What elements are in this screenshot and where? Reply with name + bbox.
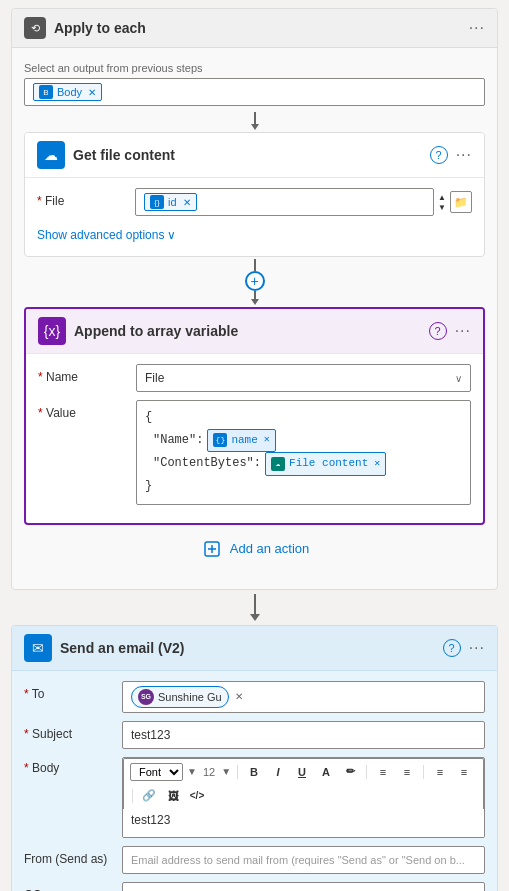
subject-input[interactable]: test123	[122, 721, 485, 749]
value-block[interactable]: { "Name": {} name ✕	[136, 400, 471, 505]
subject-label: Subject	[24, 721, 114, 741]
pencil-btn[interactable]: ✏	[340, 762, 360, 782]
spinner-up[interactable]: ▲	[438, 193, 446, 202]
italic-btn[interactable]: I	[268, 762, 288, 782]
cc-input[interactable]: Specify email addresses separated by sem…	[122, 882, 485, 891]
send-email-left: ✉ Send an email (V2)	[24, 634, 184, 662]
value-label: Value	[38, 400, 128, 420]
apply-inner-content: Select an output from previous steps B B…	[12, 48, 497, 581]
image-btn[interactable]: 🖼	[163, 786, 183, 806]
bold-btn[interactable]: B	[244, 762, 264, 782]
toolbar-divider-1	[237, 765, 238, 779]
from-field-row: From (Send as) Email address to send mai…	[24, 846, 485, 874]
file-browse-btn[interactable]: 📁	[450, 191, 472, 213]
main-connector-line	[254, 594, 256, 614]
list-btn-2[interactable]: ≡	[397, 762, 417, 782]
body-tag-field[interactable]: B Body ✕	[24, 78, 485, 106]
value-line-1: {	[145, 407, 462, 429]
from-placeholder: Email address to send mail from (require…	[131, 854, 465, 866]
append-left: {x} Append to array variable	[38, 317, 238, 345]
name-tag: {} name ✕	[207, 429, 275, 453]
show-advanced-label: Show advanced options	[37, 228, 164, 242]
apply-header-left: ⟲ Apply to each	[24, 17, 146, 39]
apply-icon: ⟲	[24, 17, 46, 39]
value-brace-close: }	[145, 476, 152, 498]
get-file-icon: ☁	[37, 141, 65, 169]
send-email-dots[interactable]: ···	[469, 639, 485, 657]
recipient-tag: SG Sunshine Gu	[131, 686, 229, 708]
link-btn[interactable]: 🔗	[139, 786, 159, 806]
name-dropdown-value: File	[145, 371, 164, 385]
align-btn[interactable]: ≡	[430, 762, 450, 782]
from-label: From (Send as)	[24, 846, 114, 866]
to-input[interactable]: SG Sunshine Gu ✕	[122, 681, 485, 713]
from-input[interactable]: Email address to send mail from (require…	[122, 846, 485, 874]
append-help[interactable]: ?	[429, 322, 447, 340]
toolbar-divider-4	[132, 789, 133, 803]
get-file-dots[interactable]: ···	[456, 146, 472, 164]
get-file-body: File {} id ✕ ▲ ▼	[25, 178, 484, 256]
add-action-label: Add an action	[230, 541, 310, 556]
value-key-2: "ContentBytes":	[153, 453, 261, 475]
font-select[interactable]: Font	[130, 763, 183, 781]
send-email-body: To SG Sunshine Gu ✕ Subject test123 Bo	[12, 671, 497, 891]
main-connector-arrow	[250, 614, 260, 621]
recipient-close[interactable]: ✕	[235, 691, 243, 702]
file-id-field[interactable]: {} id ✕	[135, 188, 434, 216]
body-field: Font ▼ 12 ▼ B I U A ✏ ≡	[122, 757, 485, 838]
get-file-content-header: ☁ Get file content ? ···	[25, 133, 484, 178]
apply-to-each-container: ⟲ Apply to each ··· Select an output fro…	[11, 8, 498, 590]
append-dots[interactable]: ···	[455, 322, 471, 340]
file-field-row: File {} id ✕ ▲ ▼	[37, 188, 472, 216]
apply-dots-menu[interactable]: ···	[469, 19, 485, 37]
underline-btn[interactable]: U	[292, 762, 312, 782]
select-output-row: Select an output from previous steps B B…	[24, 56, 485, 110]
get-file-left: ☁ Get file content	[37, 141, 175, 169]
send-email-title: Send an email (V2)	[60, 640, 184, 656]
connector-arrow-2	[251, 299, 259, 305]
body-toolbar: Font ▼ 12 ▼ B I U A ✏ ≡	[123, 758, 484, 809]
connector-2: +	[245, 257, 265, 307]
get-file-help[interactable]: ?	[430, 146, 448, 164]
get-file-content-card: ☁ Get file content ? ··· File	[24, 132, 485, 257]
body-toolbar-area: Font ▼ 12 ▼ B I U A ✏ ≡	[122, 757, 485, 838]
append-title: Append to array variable	[74, 323, 238, 339]
body-tag-label: Body	[57, 86, 82, 98]
file-spinners[interactable]: ▲ ▼	[438, 193, 446, 212]
name-tag-icon: {}	[213, 433, 227, 447]
name-tag-close[interactable]: ✕	[264, 431, 270, 449]
add-step-plus[interactable]: +	[245, 271, 265, 291]
value-line-2: "Name": {} name ✕	[145, 429, 462, 453]
connector-1	[251, 110, 259, 132]
add-action-btn[interactable]: Add an action	[188, 525, 322, 573]
name-dropdown-arrow: ∨	[455, 373, 462, 384]
body-tag-icon: B	[39, 85, 53, 99]
spinner-down[interactable]: ▼	[438, 203, 446, 212]
toolbar-divider-3	[423, 765, 424, 779]
to-field-row: To SG Sunshine Gu ✕	[24, 681, 485, 713]
file-id-close[interactable]: ✕	[183, 197, 191, 208]
file-input-area: {} id ✕ ▲ ▼ 📁	[135, 188, 472, 216]
list-btn-1[interactable]: ≡	[373, 762, 393, 782]
add-action-icon	[200, 537, 224, 561]
content-bytes-close[interactable]: ✕	[374, 455, 380, 473]
show-advanced-link[interactable]: Show advanced options ∨	[37, 224, 472, 246]
to-label: To	[24, 681, 114, 701]
send-email-help[interactable]: ?	[443, 639, 461, 657]
html-btn[interactable]: </>	[187, 786, 207, 806]
body-tag: B Body ✕	[33, 83, 102, 101]
name-dropdown[interactable]: File ∨	[136, 364, 471, 392]
append-icon: {x}	[38, 317, 66, 345]
body-text-value[interactable]: test123	[123, 809, 484, 837]
color-btn[interactable]: A	[316, 762, 336, 782]
body-field-row: Body Font ▼ 12 ▼ B I U	[24, 757, 485, 838]
toolbar-divider-0: ▼	[187, 766, 197, 777]
append-array-card: {x} Append to array variable ? ··· Name …	[24, 307, 485, 525]
value-key-1: "Name":	[153, 430, 203, 452]
align-btn-2[interactable]: ≡	[454, 762, 474, 782]
body-tag-close[interactable]: ✕	[88, 87, 96, 98]
name-field-row: Name File ∨	[38, 364, 471, 392]
value-field-row: Value { "Name": {} name ✕	[38, 400, 471, 505]
connector-line-1	[254, 112, 256, 124]
content-bytes-label: File content	[289, 454, 368, 474]
